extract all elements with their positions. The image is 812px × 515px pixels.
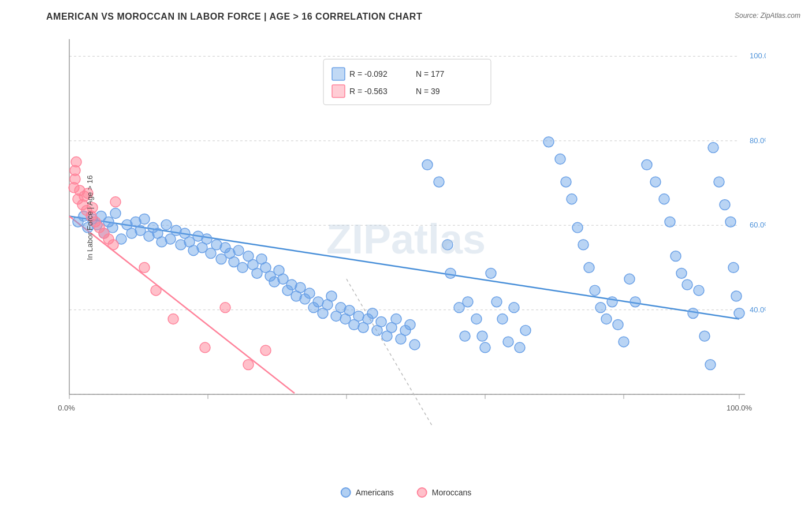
svg-point-145 xyxy=(694,285,704,296)
svg-point-177 xyxy=(243,360,254,370)
svg-point-133 xyxy=(613,319,623,330)
svg-point-127 xyxy=(578,240,588,250)
svg-point-118 xyxy=(503,337,513,347)
svg-point-134 xyxy=(619,337,629,347)
svg-point-81 xyxy=(304,288,315,298)
svg-point-65 xyxy=(233,245,244,256)
svg-point-103 xyxy=(405,319,415,330)
legend-container: Americans Moroccans xyxy=(341,487,472,498)
svg-point-164 xyxy=(108,240,118,250)
svg-text:R = -0.563: R = -0.563 xyxy=(349,87,388,96)
svg-text:N = 177: N = 177 xyxy=(416,69,445,79)
americans-legend-label: Americans xyxy=(356,488,394,497)
svg-point-66 xyxy=(237,263,248,273)
svg-text:100.0%: 100.0% xyxy=(727,404,753,412)
svg-point-175 xyxy=(200,342,210,353)
source-text: Source: ZipAtlas.com xyxy=(735,12,800,20)
svg-point-150 xyxy=(720,200,730,210)
svg-point-176 xyxy=(220,303,230,313)
svg-point-132 xyxy=(607,297,617,307)
svg-point-95 xyxy=(367,308,378,319)
chart-container: AMERICAN VS MOROCCAN IN LABOR FORCE | AG… xyxy=(0,0,812,515)
svg-point-92 xyxy=(353,311,364,322)
svg-point-178 xyxy=(260,345,271,356)
svg-point-128 xyxy=(584,263,594,273)
svg-point-172 xyxy=(139,263,150,273)
svg-point-97 xyxy=(376,317,386,327)
svg-point-44 xyxy=(139,214,150,224)
svg-point-138 xyxy=(650,177,661,187)
svg-point-143 xyxy=(682,279,692,290)
svg-point-126 xyxy=(572,222,583,233)
svg-point-90 xyxy=(344,305,355,316)
svg-point-144 xyxy=(688,308,698,319)
svg-point-106 xyxy=(434,177,444,187)
svg-point-152 xyxy=(728,263,739,273)
svg-point-38 xyxy=(110,208,121,219)
y-axis-label: In Labor Force | Age > 16 xyxy=(85,176,94,260)
svg-point-136 xyxy=(630,297,640,307)
svg-point-124 xyxy=(561,177,571,187)
svg-point-107 xyxy=(442,240,453,250)
svg-point-86 xyxy=(326,291,337,301)
svg-point-121 xyxy=(520,325,531,335)
svg-text:40.0%: 40.0% xyxy=(750,305,766,314)
svg-point-115 xyxy=(486,268,496,278)
svg-point-58 xyxy=(202,234,212,244)
svg-text:R = -0.092: R = -0.092 xyxy=(349,69,388,79)
svg-line-26 xyxy=(347,279,433,427)
svg-point-140 xyxy=(665,217,675,227)
svg-point-105 xyxy=(422,160,433,170)
svg-point-110 xyxy=(460,331,470,341)
svg-point-116 xyxy=(491,297,502,307)
legend-item-moroccans: Moroccans xyxy=(417,487,471,498)
svg-point-142 xyxy=(676,268,687,278)
svg-point-79 xyxy=(295,282,306,293)
svg-point-120 xyxy=(515,342,525,353)
svg-point-179 xyxy=(71,157,81,167)
svg-point-113 xyxy=(477,331,487,341)
svg-point-173 xyxy=(151,285,161,296)
svg-point-149 xyxy=(714,177,724,187)
svg-point-137 xyxy=(642,160,652,170)
svg-text:N =  39: N = 39 xyxy=(416,87,440,96)
americans-legend-circle xyxy=(341,487,351,498)
svg-point-148 xyxy=(708,143,718,153)
svg-point-129 xyxy=(590,285,600,296)
svg-point-125 xyxy=(567,194,577,204)
chart-area: ZIPatlas 100.0% 80.0% 60.0% 40.0% xyxy=(46,28,766,450)
chart-svg: 100.0% 80.0% 60.0% 40.0% 0.0% 100.0% R =… xyxy=(46,28,766,450)
svg-point-174 xyxy=(168,314,178,324)
svg-text:60.0%: 60.0% xyxy=(750,221,766,229)
moroccans-legend-circle xyxy=(417,487,427,498)
svg-point-131 xyxy=(601,314,612,324)
moroccans-legend-label: Moroccans xyxy=(432,488,471,497)
svg-point-139 xyxy=(659,194,669,204)
svg-point-135 xyxy=(624,274,635,284)
svg-text:80.0%: 80.0% xyxy=(750,136,766,145)
svg-rect-20 xyxy=(332,68,345,80)
svg-point-49 xyxy=(161,219,172,230)
svg-point-146 xyxy=(699,331,710,341)
svg-point-123 xyxy=(555,154,565,165)
svg-text:0.0%: 0.0% xyxy=(58,404,75,412)
svg-point-83 xyxy=(313,297,323,307)
svg-point-119 xyxy=(509,303,519,313)
svg-point-100 xyxy=(391,314,401,324)
svg-text:100.0%: 100.0% xyxy=(750,51,766,60)
svg-point-130 xyxy=(595,303,606,313)
chart-title: AMERICAN VS MOROCCAN IN LABOR FORCE | AG… xyxy=(46,12,766,22)
legend-item-americans: Americans xyxy=(341,487,394,498)
svg-point-171 xyxy=(110,197,121,207)
svg-point-141 xyxy=(671,251,681,262)
svg-point-104 xyxy=(409,339,420,350)
svg-point-147 xyxy=(705,360,716,370)
svg-point-154 xyxy=(734,308,744,319)
svg-point-151 xyxy=(725,217,736,227)
svg-point-111 xyxy=(463,297,473,307)
svg-rect-23 xyxy=(332,85,345,98)
svg-point-112 xyxy=(471,314,482,324)
svg-point-114 xyxy=(480,342,490,353)
svg-point-117 xyxy=(497,314,508,324)
svg-point-153 xyxy=(731,291,742,301)
